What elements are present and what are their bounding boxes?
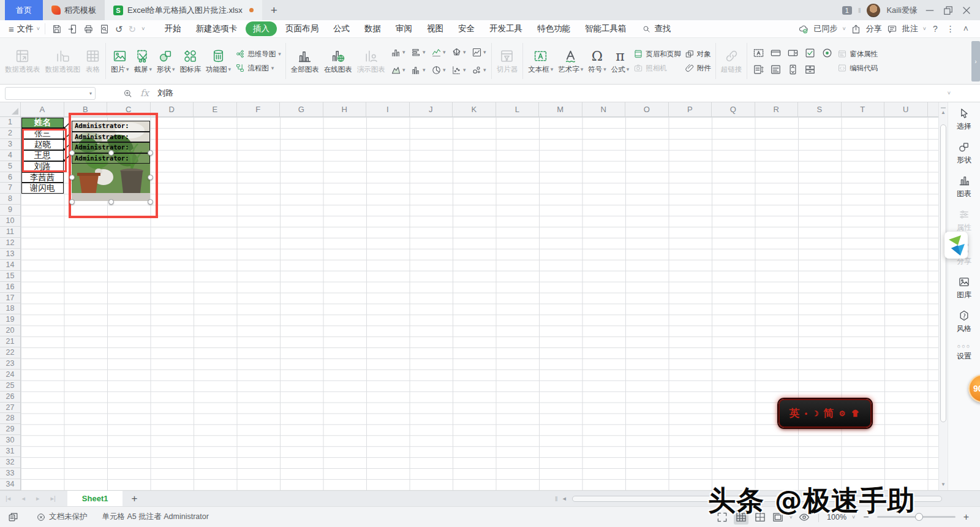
comment-caret-icon[interactable]: ˅ — [923, 26, 926, 32]
sidebar-item-选择[interactable]: 选择 — [957, 107, 971, 132]
sidebar-item-属性[interactable]: 属性 — [957, 208, 971, 233]
workbook-status-icon[interactable] — [7, 511, 19, 523]
fx-icon[interactable]: fx — [140, 88, 149, 99]
panel-expander-button[interactable]: › — [971, 41, 980, 82]
file-menu-button[interactable]: ≡ 文件 ˅ — [6, 23, 45, 34]
column-header-Q[interactable]: Q — [712, 102, 755, 116]
prev-sheet-icon[interactable]: ◂ — [16, 495, 31, 502]
demo-charts-button[interactable]: 演示图表 — [355, 47, 388, 75]
icon-library-button[interactable]: 图标库 — [178, 47, 204, 75]
combobox-control-button[interactable] — [784, 45, 801, 61]
print-preview-icon[interactable] — [99, 24, 110, 34]
column-header-M[interactable]: M — [539, 102, 582, 116]
selection-handle[interactable] — [108, 150, 114, 156]
menu-tab-安全[interactable]: 安全 — [451, 21, 482, 37]
column-chart-button[interactable]: ▾ — [388, 44, 408, 61]
table-cell-name[interactable]: 张三 — [21, 128, 64, 139]
row-header-12[interactable]: 12 — [0, 238, 20, 249]
next-sheet-icon[interactable]: ▸ — [31, 495, 45, 502]
share-icon[interactable] — [851, 24, 861, 34]
ime-skin-shirt-icon[interactable] — [850, 409, 861, 418]
row-header-23[interactable]: 23 — [0, 358, 20, 370]
ime-punctuation-icon[interactable]: • — [805, 409, 807, 418]
table-cell-name[interactable]: 刘路 — [21, 161, 64, 172]
menu-tab-插入[interactable]: 插入 — [246, 21, 277, 36]
column-header-J[interactable]: J — [410, 102, 453, 116]
menu-tab-特色功能[interactable]: 特色功能 — [530, 21, 578, 37]
scroll-left-icon[interactable]: ◂ — [557, 495, 571, 502]
row-header-5[interactable]: 5 — [0, 161, 20, 172]
shapes-button[interactable]: 形状▾ — [154, 47, 178, 75]
selection-handle[interactable] — [69, 150, 75, 156]
scroll-control-button[interactable] — [801, 61, 818, 78]
editbox-control-button[interactable] — [750, 61, 767, 78]
row-header-15[interactable]: 15 — [0, 271, 20, 282]
tab-count-badge[interactable]: 1 — [842, 6, 852, 15]
sidebar-item-图表[interactable]: 图表 — [957, 175, 971, 199]
collapse-ribbon-icon[interactable]: ˄ — [962, 24, 970, 34]
table-cell-name[interactable]: 王思 — [21, 150, 64, 161]
name-box[interactable]: ▾ — [5, 87, 96, 100]
picture-button[interactable]: 图片▾ — [108, 47, 132, 75]
first-sheet-icon[interactable]: |◂ — [0, 495, 16, 502]
input-method-toolbar[interactable]: 英 • ☽ 简 ⚙ — [778, 399, 872, 428]
symbol-button[interactable]: Ω 符号▾ — [586, 47, 609, 75]
cell-a1-header[interactable]: 姓名 — [21, 118, 64, 128]
ime-simplified-indicator[interactable]: 简 — [824, 406, 834, 420]
header-footer-button[interactable]: 页眉和页脚 — [633, 49, 681, 59]
home-tab[interactable]: 首页 — [5, 0, 43, 20]
row-header-14[interactable]: 14 — [0, 260, 20, 271]
menu-tab-审阅[interactable]: 审阅 — [388, 21, 420, 37]
row-header-19[interactable]: 19 — [0, 314, 20, 325]
combo-chart-button[interactable]: ▾ — [469, 44, 489, 61]
restore-button[interactable] — [942, 4, 954, 17]
print-icon[interactable] — [83, 24, 94, 34]
ime-settings-gear-icon[interactable]: ⚙ — [839, 409, 846, 418]
close-button[interactable] — [960, 4, 973, 17]
mindmap-button[interactable]: 思维导图▾ — [235, 49, 281, 59]
line-chart-button[interactable]: ▾ — [428, 44, 448, 61]
column-header-N[interactable]: N — [582, 102, 626, 116]
formula-input[interactable]: 刘路 — [155, 88, 948, 99]
column-header-C[interactable]: C — [107, 102, 151, 116]
row-header-11[interactable]: 11 — [0, 227, 20, 238]
attachment-button[interactable]: 附件 — [685, 63, 711, 73]
object-button[interactable]: 对象 — [685, 49, 711, 59]
online-charts-button[interactable]: 在线图表 — [322, 47, 355, 75]
redo-icon[interactable]: ↻ — [129, 25, 137, 34]
new-tab-button[interactable]: + — [262, 4, 286, 17]
column-header-G[interactable]: G — [280, 102, 323, 116]
row-header-29[interactable]: 29 — [0, 424, 20, 435]
comment-box[interactable]: Administrator: — [72, 121, 150, 132]
column-header-L[interactable]: L — [496, 102, 540, 116]
listbox-control-button[interactable] — [767, 61, 784, 78]
column-header-A[interactable]: A — [21, 102, 64, 116]
vertical-scroll-thumb[interactable] — [940, 124, 946, 422]
pie-chart-button[interactable]: ▾ — [428, 61, 448, 79]
edit-code-button[interactable]: 编辑代码 — [837, 63, 878, 73]
sidebar-item-形状[interactable]: 形状 — [957, 141, 971, 165]
row-header-1[interactable]: 1 — [0, 117, 20, 128]
row-header-7[interactable]: 7 — [0, 183, 20, 194]
split-handle[interactable] — [941, 104, 946, 108]
column-header-K[interactable]: K — [453, 102, 496, 116]
row-header-31[interactable]: 31 — [0, 446, 20, 457]
slicer-button[interactable]: 切片器 — [494, 47, 521, 75]
menu-tab-开始[interactable]: 开始 — [157, 21, 188, 37]
label-control-button[interactable] — [750, 45, 767, 61]
selection-handle[interactable] — [69, 199, 75, 205]
screenshot-button[interactable]: 截屏▾ — [132, 47, 155, 75]
button-control-button[interactable] — [767, 45, 784, 61]
undo-icon[interactable]: ↺ — [115, 25, 123, 34]
zoom-formula-icon[interactable] — [123, 88, 133, 99]
ime-english-indicator[interactable]: 英 — [790, 406, 800, 420]
selection-handle[interactable] — [148, 150, 153, 156]
scroll-up-icon[interactable]: ▲ — [939, 108, 948, 117]
menu-tab-开发工具[interactable]: 开发工具 — [482, 21, 530, 37]
sync-caret-icon[interactable]: ˅ — [842, 26, 845, 32]
cloud-sync-icon[interactable] — [798, 24, 809, 34]
output-icon[interactable] — [67, 24, 78, 34]
histogram-chart-button[interactable]: ▾ — [408, 61, 428, 79]
last-sheet-icon[interactable]: ▸| — [45, 495, 61, 502]
comment-label[interactable]: 批注 — [902, 23, 918, 34]
